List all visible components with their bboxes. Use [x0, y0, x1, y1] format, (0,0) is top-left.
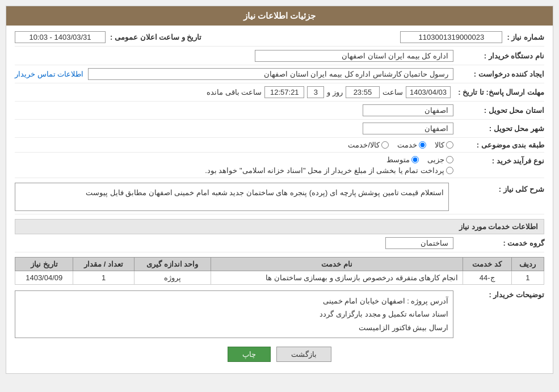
services-section-title: اطلاعات خدمات مورد نیاز [15, 219, 544, 234]
reply-time-label: ساعت [383, 88, 403, 96]
cell-row-num: 1 [511, 271, 544, 285]
reply-deadline-label: مهلت ارسال پاسخ: تا تاریخ : [453, 88, 544, 96]
category-radio-khedmat[interactable] [419, 141, 426, 149]
col-header-service-code: کد خدمت [463, 258, 511, 271]
purchase-type-label: نوع فرآیند خرید : [453, 155, 544, 165]
service-group-label: گروه خدمت : [453, 239, 544, 247]
purchase-esnad-label: پرداخت تمام یا بخشی از مبلغ خریدار از مح… [205, 166, 444, 175]
buyer-notes-content: آدرس پروژه : اصفهان خیابان امام خمینیاسن… [15, 290, 453, 338]
table-row: 1 ج-44 انجام کارهای متفرقه درخصوص بازساز… [15, 271, 544, 285]
creator-label: ایجاد کننده درخواست : [453, 70, 544, 78]
cell-service-name: انجام کارهای متفرقه درخصوص بازسازی و بهس… [211, 271, 463, 285]
col-header-service-name: نام خدمت [211, 258, 463, 271]
reply-remaining-label: ساعت باقی مانده [207, 88, 262, 96]
category-kala-khedmat-label: کالا/خدمت [348, 141, 380, 149]
print-button[interactable]: چاپ [228, 347, 271, 362]
purchase-radio-motavasset[interactable] [411, 156, 419, 163]
category-label: طبقه بندی موضوعی : [453, 141, 544, 149]
purchase-option-esnad[interactable]: پرداخت تمام یا بخشی از مبلغ خریدار از مح… [205, 166, 453, 175]
need-number-label: شماره نیاز : [507, 33, 544, 41]
category-option-kala[interactable]: کالا [435, 141, 453, 149]
category-khedmat-label: خدمت [397, 141, 417, 149]
contact-link[interactable]: اطلاعات تماس خریدار [15, 70, 83, 78]
cell-unit: پروژه [134, 271, 211, 285]
cell-date: 1403/04/09 [15, 271, 73, 285]
province-value: اصفهان [363, 104, 453, 116]
col-header-unit: واحد اندازه گیری [134, 258, 211, 271]
col-header-date: تاریخ نیاز [15, 258, 73, 271]
creator-value: رسول حاتمیان کارشناس اداره کل بیمه ایران… [88, 68, 453, 80]
category-option-kala-khedmat[interactable]: کالا/خدمت [348, 141, 389, 149]
announce-date-label: تاریخ و ساعت اعلان عمومی : [110, 33, 201, 41]
buyer-notes-label: توضیحات خریدار : [453, 290, 544, 299]
need-number-value: 1103001319000023 [400, 31, 502, 43]
category-kala-label: کالا [435, 141, 444, 149]
purchase-motavasset-label: متوسط [386, 155, 410, 164]
panel-header: جزئیات اطلاعات نیاز [6, 6, 553, 26]
reply-days-label: روز و [327, 88, 343, 96]
category-radio-kala-khedmat[interactable] [381, 141, 389, 149]
category-option-khedmat[interactable]: خدمت [397, 141, 426, 149]
purchase-option-jozi[interactable]: جزیی [427, 155, 453, 164]
col-header-row-num: ردیف [511, 258, 544, 271]
province-label: استان محل تحویل : [453, 106, 544, 115]
back-button[interactable]: بازگشت [276, 347, 331, 362]
announce-date-value: 1403/03/31 - 10:03 [15, 31, 106, 43]
service-group-value: ساختمان [385, 237, 453, 249]
need-description-label: شرح کلی نیاز : [453, 183, 544, 193]
col-header-quantity: تعداد / مقدار [73, 258, 134, 271]
cell-quantity: 1 [73, 271, 134, 285]
purchase-option-motavasset[interactable]: متوسط [386, 155, 419, 164]
purchase-jozi-label: جزیی [427, 155, 444, 164]
services-table: ردیف کد خدمت نام خدمت واحد اندازه گیری ت… [15, 257, 544, 285]
reply-days-value: 3 [307, 86, 324, 98]
reply-remaining-value: 12:57:21 [264, 86, 304, 98]
reply-time-value: 23:55 [346, 86, 380, 98]
purchase-radio-esnad[interactable] [446, 167, 453, 174]
city-value: اصفهان [363, 123, 453, 134]
cell-service-code: ج-44 [463, 271, 511, 285]
buyer-org-label: نام دستگاه خریدار : [453, 52, 544, 60]
category-radio-kala[interactable] [446, 141, 453, 149]
city-label: شهر محل تحویل : [453, 124, 544, 133]
reply-date-value: 1403/04/03 [406, 86, 451, 98]
need-description-text: استعلام قیمت تامین پوشش پارچه ای (پرده) … [15, 183, 449, 211]
purchase-radio-jozi[interactable] [446, 156, 453, 163]
buyer-org-value: اداره کل بیمه ایران استان اصفهان [255, 50, 453, 62]
